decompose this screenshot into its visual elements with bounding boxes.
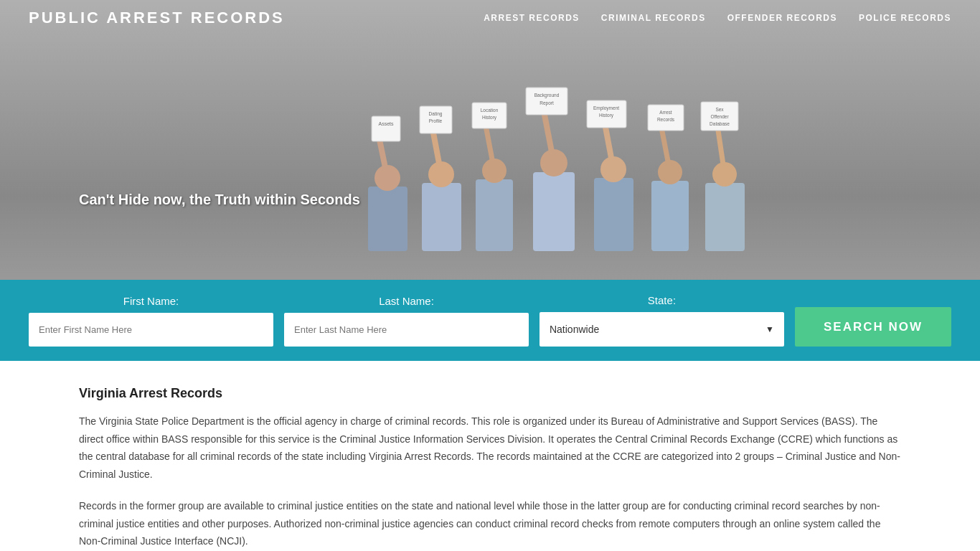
last-name-field: Last Name: bbox=[284, 295, 529, 347]
nav-offender-records[interactable]: OFFENDER RECORDS bbox=[727, 13, 837, 23]
content-heading: Virginia Arrest Records bbox=[79, 386, 901, 401]
hero-tagline: Can't Hide now, the Truth within Seconds bbox=[79, 192, 360, 208]
nav-arrest-records[interactable]: ARREST RECORDS bbox=[484, 13, 580, 23]
site-title: PUBLIC ARREST RECORDS bbox=[29, 9, 285, 27]
content-paragraph-1: The Virginia State Police Department is … bbox=[79, 413, 901, 483]
svg-text:History: History bbox=[482, 115, 497, 121]
state-label: State: bbox=[540, 294, 784, 306]
svg-rect-29 bbox=[651, 181, 689, 251]
hero-illustration: Assets Dating Profile Location History B… bbox=[361, 72, 791, 280]
content-paragraph-2: Records in the former group are availabl… bbox=[79, 497, 901, 550]
svg-text:Arrest: Arrest bbox=[659, 110, 672, 115]
svg-rect-5 bbox=[422, 183, 461, 251]
svg-rect-17 bbox=[533, 172, 575, 251]
svg-text:Dating: Dating bbox=[429, 111, 443, 117]
svg-text:Report: Report bbox=[540, 100, 554, 106]
svg-text:Background: Background bbox=[534, 93, 560, 98]
main-nav: ARREST RECORDS CRIMINAL RECORDS OFFENDER… bbox=[484, 13, 951, 23]
nav-police-records[interactable]: POLICE RECORDS bbox=[859, 13, 951, 23]
search-now-button[interactable]: SEARCH NOW bbox=[795, 307, 951, 347]
svg-text:History: History bbox=[599, 113, 614, 118]
svg-rect-11 bbox=[476, 179, 513, 251]
site-header: PUBLIC ARREST RECORDS ARREST RECORDS CRI… bbox=[0, 0, 980, 36]
first-name-input[interactable] bbox=[29, 313, 273, 347]
svg-rect-35 bbox=[705, 183, 745, 251]
state-select-wrapper: Nationwide Alabama Alaska Arizona Arkans… bbox=[540, 312, 784, 347]
svg-rect-3 bbox=[372, 116, 400, 141]
hero-section: Assets Dating Profile Location History B… bbox=[0, 0, 980, 280]
svg-text:Profile: Profile bbox=[429, 118, 443, 123]
svg-text:Assets: Assets bbox=[378, 121, 394, 126]
svg-text:Database: Database bbox=[710, 121, 730, 126]
last-name-input[interactable] bbox=[284, 313, 529, 347]
search-bar: First Name: Last Name: State: Nationwide… bbox=[0, 280, 980, 361]
svg-text:Offender: Offender bbox=[710, 114, 729, 119]
state-select[interactable]: Nationwide Alabama Alaska Arizona Arkans… bbox=[540, 312, 784, 347]
state-field: State: Nationwide Alabama Alaska Arizona… bbox=[540, 294, 784, 347]
last-name-label: Last Name: bbox=[284, 295, 529, 307]
svg-rect-0 bbox=[368, 187, 407, 251]
svg-text:Employment: Employment bbox=[593, 105, 619, 111]
first-name-field: First Name: bbox=[29, 295, 273, 347]
nav-criminal-records[interactable]: CRIMINAL RECORDS bbox=[601, 13, 706, 23]
svg-text:Sex: Sex bbox=[715, 107, 724, 112]
svg-rect-23 bbox=[594, 178, 633, 251]
main-content: Virginia Arrest Records The Virginia Sta… bbox=[0, 361, 980, 551]
svg-text:Location: Location bbox=[481, 108, 499, 113]
first-name-label: First Name: bbox=[29, 295, 273, 307]
svg-text:Records: Records bbox=[657, 117, 675, 122]
